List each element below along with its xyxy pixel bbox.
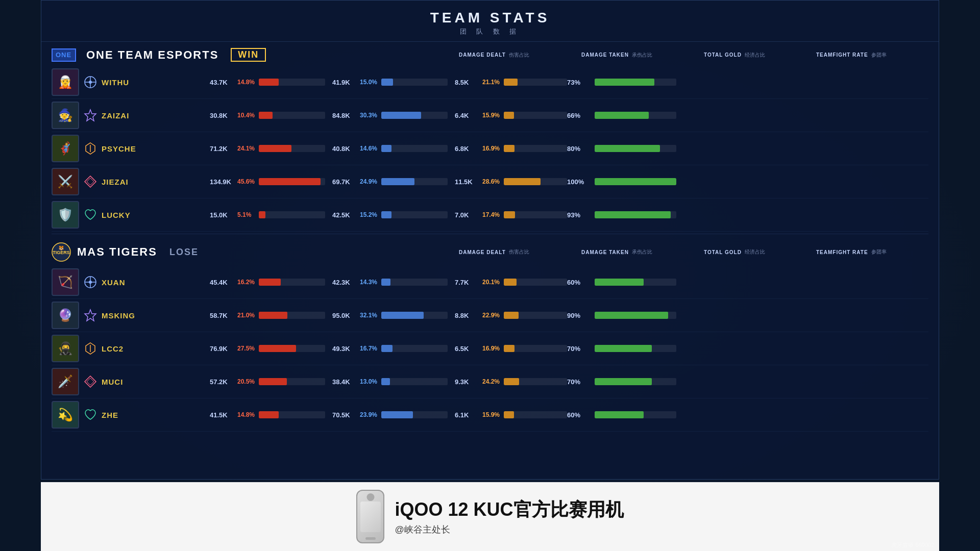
dt-bar — [381, 312, 448, 319]
tg-bar — [504, 178, 567, 185]
damage-dealt-cell: 134.9K 45.6% — [210, 178, 332, 186]
col2-dt-cn: 承伤占比 — [632, 248, 652, 256]
total-gold-cell: 6.4K 15.9% — [455, 112, 567, 119]
ad-sub-text: @峡谷主处长 — [395, 523, 623, 536]
player-role-icon — [83, 374, 97, 389]
tf-bar — [595, 211, 676, 218]
dd-pct: 27.5% — [237, 345, 257, 352]
dt-value: 40.8K — [332, 145, 358, 153]
dt-pct: 13.0% — [360, 378, 379, 385]
teamfight-cell: 73% — [567, 79, 679, 86]
dd-pct: 14.8% — [237, 411, 257, 418]
tf-bar — [595, 312, 676, 319]
player-row: 🦸 PSYCHE 71.2K 24.1% 40.8K 14.6% 6.8K 16… — [52, 132, 928, 165]
tg-bar — [504, 411, 567, 418]
ad-main-text: iQOO 12 KUC官方比赛用机 — [395, 497, 623, 522]
total-gold-cell: 8.8K 22.9% — [455, 312, 567, 319]
tf-bar — [595, 378, 676, 385]
dd-bar — [259, 145, 325, 152]
tg-pct: 17.4% — [482, 211, 502, 218]
team2-header: TIGERS 🐯 MAS TIGERS LOSE DAMAGE DEALT 伤害… — [52, 236, 928, 266]
player-row: 🏹 XUAN 45.4K 16.2% 42.3K 14.3% 7.7K 20.1… — [52, 266, 928, 299]
damage-taken-cell: 42.3K 14.3% — [332, 279, 455, 286]
player-name: WITHU — [102, 78, 158, 87]
teamfight-cell: 60% — [567, 279, 679, 286]
tg-bar — [504, 112, 567, 119]
dt-pct: 15.0% — [360, 79, 379, 86]
col-dd-en: DAMAGE DEALT — [459, 52, 506, 58]
col-dd-cn: 伤害占比 — [509, 52, 529, 59]
dd-bar — [259, 279, 325, 286]
player-role-icon — [83, 341, 97, 356]
player-name: ZAIZAI — [102, 111, 158, 120]
player-info-xuan: 🏹 XUAN — [52, 268, 210, 296]
player-info-muci: 🗡️ MUCI — [52, 368, 210, 395]
tg-pct: 21.1% — [482, 79, 502, 86]
dt-pct: 14.3% — [360, 279, 379, 286]
player-avatar: ⚔️ — [52, 168, 79, 195]
player-name: JIEZAI — [102, 178, 158, 186]
tg-bar — [504, 312, 567, 319]
player-row: 🥷 LCC2 76.9K 27.5% 49.3K 16.7% 6.5K 16.9… — [52, 332, 928, 365]
tf-bar — [595, 178, 676, 185]
team2-name: MAS TIGERS — [77, 245, 157, 259]
player-row: 🛡️ LUCKY 15.0K 5.1% 42.5K 15.2% 7.0K 17.… — [52, 198, 928, 232]
col-dt-en: DAMAGE TAKEN — [581, 52, 629, 58]
player-avatar: 🦸 — [52, 135, 79, 162]
dt-bar — [381, 211, 448, 218]
tg-value: 6.4K — [455, 112, 480, 119]
player-name: MSKING — [102, 311, 158, 320]
watermark: 虎牙直播 660002 — [891, 541, 934, 549]
tf-pct: 70% — [567, 378, 593, 386]
dd-pct: 20.5% — [237, 378, 257, 385]
dd-bar — [259, 211, 325, 218]
tf-bar — [595, 145, 676, 152]
dt-pct: 15.2% — [360, 211, 379, 218]
tf-pct: 60% — [567, 411, 593, 419]
dd-bar — [259, 378, 325, 385]
dt-value: 49.3K — [332, 345, 358, 353]
total-gold-cell: 6.1K 15.9% — [455, 411, 567, 419]
damage-dealt-cell: 41.5K 14.8% — [210, 411, 332, 419]
dd-value: 71.2K — [210, 145, 235, 153]
svg-point-13 — [89, 281, 92, 284]
tf-bar — [595, 279, 676, 286]
player-avatar: 🧝 — [52, 68, 79, 96]
dd-pct: 10.4% — [237, 112, 257, 119]
ad-bar: iQOO 12 KUC官方比赛用机 @峡谷主处长 — [41, 482, 939, 551]
player-info-lucky: 🛡️ LUCKY — [52, 201, 210, 229]
dt-bar — [381, 145, 448, 152]
tg-value: 9.3K — [455, 378, 480, 386]
dt-value: 41.9K — [332, 79, 358, 86]
damage-taken-cell: 70.5K 23.9% — [332, 411, 455, 419]
damage-dealt-cell: 45.4K 16.2% — [210, 279, 332, 286]
dd-pct: 14.8% — [237, 79, 257, 86]
tf-bar — [595, 112, 676, 119]
player-role-icon — [83, 108, 97, 122]
tg-bar — [504, 211, 567, 218]
tf-pct: 70% — [567, 345, 593, 353]
dt-pct: 32.1% — [360, 312, 379, 319]
tf-bar — [595, 345, 676, 352]
panel-title: TEAM STATS — [41, 10, 939, 26]
svg-text:ONE: ONE — [56, 51, 71, 59]
tg-pct: 16.9% — [482, 145, 502, 152]
player-name: PSYCHE — [102, 144, 158, 153]
damage-taken-cell: 41.9K 15.0% — [332, 79, 455, 86]
svg-point-4 — [89, 81, 92, 84]
player-role-icon — [83, 141, 97, 156]
col2-tf-en: TEAMFIGHT RATE — [816, 249, 868, 255]
tg-pct: 28.6% — [482, 178, 502, 185]
tf-pct: 90% — [567, 312, 593, 319]
tf-bar — [595, 411, 676, 418]
teamfight-cell: 70% — [567, 345, 679, 353]
teamfight-cell: 66% — [567, 112, 679, 119]
player-role-icon — [83, 275, 97, 289]
col-dt-cn: 承伤占比 — [632, 52, 652, 59]
tg-value: 8.5K — [455, 79, 480, 86]
player-name: LUCKY — [102, 211, 158, 219]
player-role-icon — [83, 174, 97, 189]
dd-pct: 16.2% — [237, 279, 257, 286]
team2-result: LOSE — [169, 247, 199, 258]
player-info-zhe: 💫 ZHE — [52, 401, 210, 429]
